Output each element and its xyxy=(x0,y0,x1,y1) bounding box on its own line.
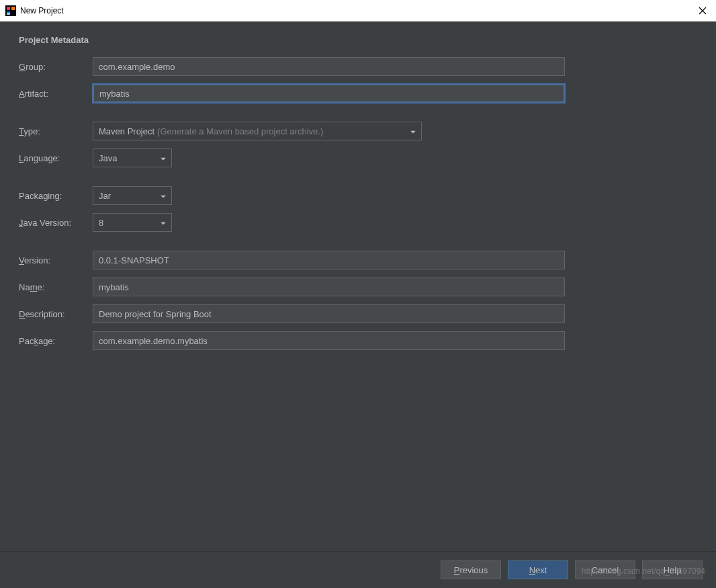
window-title: New Project xyxy=(20,6,64,15)
group-row: Group: xyxy=(19,57,697,76)
type-row: Type: Maven Project (Generate a Maven ba… xyxy=(19,122,697,140)
button-bar: Previous Next Cancel Help https://blog.c… xyxy=(0,551,716,588)
artifact-input[interactable] xyxy=(93,84,565,103)
name-input[interactable] xyxy=(93,278,565,296)
section-title: Project Metadata xyxy=(19,35,697,45)
package-input[interactable] xyxy=(93,331,565,350)
intellij-icon xyxy=(5,5,16,16)
packaging-row: Packaging: Jar xyxy=(19,186,697,205)
type-select[interactable]: Maven Project (Generate a Maven based pr… xyxy=(93,122,422,140)
version-input[interactable] xyxy=(93,251,565,269)
description-label: Description: xyxy=(19,309,93,319)
java-version-select[interactable]: 8 xyxy=(93,213,172,232)
language-label: Language: xyxy=(19,153,93,163)
cancel-button[interactable]: Cancel xyxy=(575,560,635,579)
group-input[interactable] xyxy=(93,57,565,76)
type-label: Type: xyxy=(19,126,93,136)
name-label: Name: xyxy=(19,282,93,292)
svg-rect-4 xyxy=(7,13,10,15)
type-hint: (Generate a Maven based project archive.… xyxy=(157,126,323,136)
svg-rect-2 xyxy=(11,7,15,10)
description-input[interactable] xyxy=(93,304,565,323)
chevron-down-icon xyxy=(161,191,166,201)
chevron-down-icon xyxy=(410,126,416,136)
artifact-label: Artifact: xyxy=(19,89,93,99)
version-row: Version: xyxy=(19,251,697,269)
language-row: Language: Java xyxy=(19,149,697,167)
chevron-down-icon xyxy=(161,218,166,228)
previous-button[interactable]: Previous xyxy=(441,560,501,579)
version-label: Version: xyxy=(19,255,93,265)
language-value: Java xyxy=(99,153,117,163)
package-row: Package: xyxy=(19,331,697,350)
dialog-content: Project Metadata Group: Artifact: Type: … xyxy=(0,22,716,588)
package-label: Package: xyxy=(19,336,93,346)
svg-rect-1 xyxy=(7,7,10,10)
chevron-down-icon xyxy=(161,153,166,163)
java-version-value: 8 xyxy=(99,218,103,228)
next-button[interactable]: Next xyxy=(508,560,568,579)
language-select[interactable]: Java xyxy=(93,149,172,167)
description-row: Description: xyxy=(19,304,697,323)
close-icon xyxy=(699,7,707,15)
artifact-row: Artifact: xyxy=(19,84,697,103)
packaging-select[interactable]: Jar xyxy=(93,186,172,205)
java-version-row: Java Version: 8 xyxy=(19,213,697,232)
group-label: Group: xyxy=(19,62,93,72)
help-button[interactable]: Help xyxy=(642,560,703,579)
titlebar: New Project xyxy=(0,0,716,22)
java-version-label: Java Version: xyxy=(19,218,93,228)
packaging-label: Packaging: xyxy=(19,191,93,201)
type-value: Maven Project xyxy=(99,126,154,136)
close-button[interactable] xyxy=(696,4,709,17)
name-row: Name: xyxy=(19,278,697,296)
packaging-value: Jar xyxy=(99,191,111,201)
